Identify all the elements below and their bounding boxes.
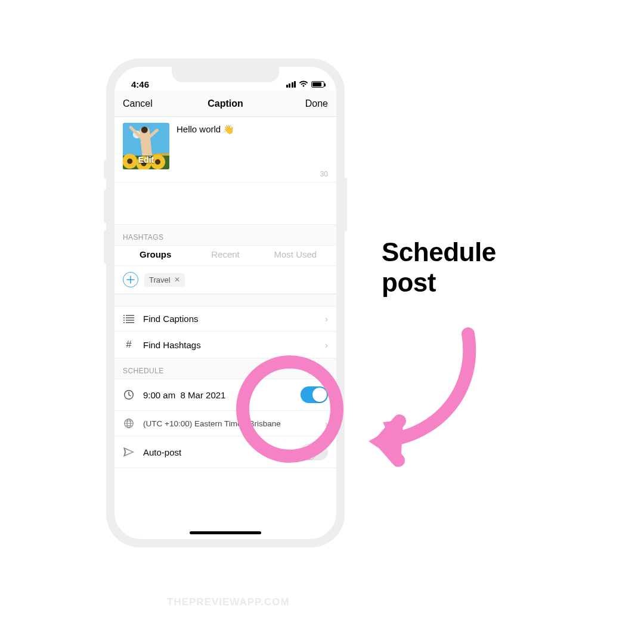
find-hashtags-label: Find Hashtags bbox=[143, 340, 317, 350]
post-thumbnail[interactable]: Edit bbox=[123, 123, 169, 169]
hashtag-chip-label: Travel bbox=[149, 275, 171, 284]
remove-chip-icon[interactable]: ✕ bbox=[174, 275, 180, 284]
page-title: Caption bbox=[159, 98, 292, 109]
hashtag-icon: # bbox=[123, 339, 135, 351]
find-hashtags-row[interactable]: # Find Hashtags › bbox=[114, 332, 336, 358]
hashtag-chips-row: Travel ✕ bbox=[114, 266, 336, 294]
schedule-section-label: SCHEDULE bbox=[114, 358, 336, 379]
send-icon bbox=[123, 447, 135, 457]
hashtags-section-label: HASHTAGS bbox=[114, 224, 336, 245]
wifi-icon bbox=[299, 79, 308, 89]
find-captions-row[interactable]: Find Captions › bbox=[114, 306, 336, 332]
notch bbox=[172, 67, 279, 82]
phone-frame: 4:46 Cancel Caption Done Edit bbox=[106, 58, 345, 547]
clock-icon bbox=[123, 389, 135, 400]
schedule-time-label: 9:00 am 8 Mar 2021 bbox=[143, 390, 292, 400]
caption-input[interactable]: Hello world 👋 bbox=[177, 123, 328, 179]
add-hashtag-group-button[interactable] bbox=[123, 272, 138, 287]
chevron-right-icon: › bbox=[325, 314, 328, 324]
cell-signal-icon bbox=[286, 81, 296, 88]
tab-groups[interactable]: Groups bbox=[120, 249, 190, 259]
globe-icon bbox=[123, 418, 135, 429]
timezone-row[interactable]: (UTC +10:00) Eastern Time - Brisbane › bbox=[114, 411, 336, 436]
callout-text: Schedule post bbox=[382, 237, 496, 298]
cancel-button[interactable]: Cancel bbox=[123, 98, 159, 109]
timezone-label: (UTC +10:00) Eastern Time - Brisbane bbox=[143, 419, 317, 428]
status-icons bbox=[286, 79, 325, 89]
list-icon bbox=[123, 315, 135, 323]
edit-photo-button[interactable]: Edit bbox=[123, 155, 169, 165]
schedule-time-row[interactable]: 9:00 am 8 Mar 2021 bbox=[114, 379, 336, 411]
battery-icon bbox=[311, 81, 324, 88]
find-captions-label: Find Captions bbox=[143, 314, 317, 324]
hashtag-counter: 30 bbox=[320, 170, 328, 178]
done-button[interactable]: Done bbox=[292, 98, 328, 109]
chevron-right-icon: › bbox=[325, 340, 328, 350]
caption-area: Edit Hello world 👋 30 bbox=[114, 117, 336, 182]
autopost-toggle[interactable] bbox=[301, 444, 328, 460]
schedule-toggle[interactable] bbox=[301, 386, 328, 403]
chevron-right-icon: › bbox=[325, 419, 328, 429]
hashtag-chip-travel[interactable]: Travel ✕ bbox=[144, 273, 185, 287]
tab-most-used[interactable]: Most Used bbox=[261, 249, 330, 259]
home-indicator bbox=[190, 531, 261, 534]
hashtag-tabs: Groups Recent Most Used bbox=[114, 245, 336, 266]
nav-bar: Cancel Caption Done bbox=[114, 91, 336, 117]
tab-recent[interactable]: Recent bbox=[190, 249, 260, 259]
status-time: 4:46 bbox=[131, 79, 149, 89]
watermark: THEPREVIEWAPP.COM bbox=[167, 596, 290, 608]
autopost-label: Auto-post bbox=[143, 447, 292, 457]
annotation-arrow bbox=[334, 316, 489, 471]
phone-screen: 4:46 Cancel Caption Done Edit bbox=[114, 67, 336, 539]
autopost-row[interactable]: Auto-post bbox=[114, 436, 336, 468]
